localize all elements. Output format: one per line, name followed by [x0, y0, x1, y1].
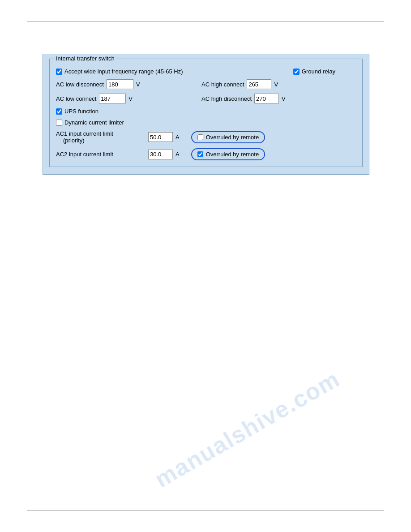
right-ac-high-connect: AC high connect V	[201, 79, 278, 89]
ac-high-connect-input[interactable]	[247, 79, 271, 89]
overruled-ac2-checkbox[interactable]	[197, 151, 203, 157]
left-ac-low-connect: AC low connect V	[56, 94, 188, 103]
ac-high-disconnect-input[interactable]	[254, 94, 279, 103]
ac-low-connect-input[interactable]	[99, 94, 126, 103]
ac-low-connect-label: AC low connect	[56, 95, 96, 102]
checkbox-dynamic-current[interactable]: Dynamic current limiter	[56, 119, 124, 126]
ups-function-checkbox[interactable]	[56, 108, 62, 115]
ac1-label-block: AC1 input current limit (priority)	[56, 130, 146, 144]
ac2-current-unit: A	[176, 151, 180, 158]
ac-low-disconnect-unit: V	[136, 81, 140, 88]
ac-high-disconnect-unit: V	[282, 95, 286, 102]
ac2-current-input[interactable]	[148, 150, 173, 159]
overruled-ac2-label: Overruled by remote	[206, 151, 259, 158]
row-dynamic-current: Dynamic current limiter	[56, 119, 356, 126]
bottom-rule	[27, 510, 384, 511]
row-ac2-current: AC2 input current limit A Overruled by r…	[56, 148, 356, 160]
group-box-title: Internal transfer switch	[54, 55, 116, 62]
ac1-current-unit: A	[176, 134, 180, 141]
ac2-current-label: AC2 input current limit	[56, 151, 113, 158]
checkbox-ups-function[interactable]: UPS function	[56, 108, 98, 115]
top-rule	[27, 21, 384, 22]
left-ac-low-disconnect: AC low disconnect V	[56, 79, 188, 89]
main-panel: Internal transfer switch Accept wide inp…	[43, 54, 369, 175]
group-box-internal-transfer: Internal transfer switch Accept wide inp…	[49, 59, 363, 167]
checkbox-ground-relay[interactable]: Ground relay	[293, 68, 335, 75]
ac1-current-label: AC1 input current limit	[56, 130, 113, 137]
accept-wide-label: Accept wide input frequency range (45-65…	[64, 68, 183, 75]
overruled-ac2-box: Overruled by remote	[191, 148, 265, 160]
ground-relay-label: Ground relay	[302, 68, 335, 75]
overruled-ac1-box: Overruled by remote	[191, 131, 265, 143]
ac-low-disconnect-input[interactable]	[107, 79, 133, 89]
row-accept-wide: Accept wide input frequency range (45-65…	[56, 68, 356, 75]
checkbox-accept-wide[interactable]: Accept wide input frequency range (45-65…	[56, 68, 183, 75]
watermark: manualshive.com	[150, 365, 344, 493]
row-ac1-current: AC1 input current limit (priority) A Ove…	[56, 130, 356, 144]
dynamic-current-label: Dynamic current limiter	[64, 119, 124, 126]
overruled-ac1-checkbox[interactable]	[197, 134, 203, 140]
ups-function-label: UPS function	[64, 108, 98, 115]
ac-high-connect-label: AC high connect	[201, 81, 244, 88]
overruled-ac1-label: Overruled by remote	[206, 134, 259, 141]
row-ac-low-connect-ac-high-disconnect: AC low connect V AC high disconnect V	[56, 94, 356, 103]
ac-low-connect-unit: V	[128, 95, 133, 102]
ac-high-connect-unit: V	[274, 81, 278, 88]
ground-relay-checkbox[interactable]	[293, 69, 300, 75]
ac1-current-sublabel: (priority)	[56, 137, 85, 144]
ac2-label-block: AC2 input current limit	[56, 151, 146, 158]
accept-wide-checkbox[interactable]	[56, 69, 62, 75]
ac1-current-input[interactable]	[148, 132, 173, 142]
dynamic-current-checkbox[interactable]	[56, 120, 62, 126]
row-ac-low-disconnect-ac-high-connect: AC low disconnect V AC high connect V	[56, 79, 356, 89]
right-ac-high-disconnect: AC high disconnect V	[201, 94, 286, 103]
ac-high-disconnect-label: AC high disconnect	[201, 95, 252, 102]
row-ups-function: UPS function	[56, 108, 356, 115]
ac-low-disconnect-label: AC low disconnect	[56, 81, 104, 88]
